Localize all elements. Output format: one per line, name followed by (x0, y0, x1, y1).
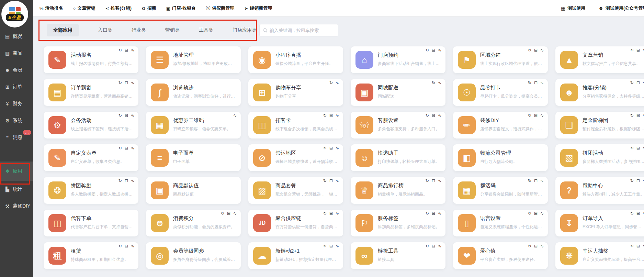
link-icon[interactable]: ∿ (438, 48, 441, 52)
app-card[interactable]: ↻⊟∿ ❤ 爱心值 平台资产类型，多种使用途径。 (453, 242, 548, 269)
topnav-item[interactable]: Ⓢ 供应商管理 (206, 5, 234, 11)
print-icon[interactable]: ⊟ (432, 179, 435, 183)
print-icon[interactable]: ⊟ (125, 244, 128, 248)
app-card[interactable]: ☰ 地址管理 添加/修改地址，协助用户更改信息。 (146, 46, 241, 73)
app-card[interactable]: ↻⊟∿ ⊘ 禁运地区 选择区域禁收快递，避开物流收发... (248, 144, 343, 171)
print-icon[interactable]: ⊟ (534, 244, 538, 248)
app-card[interactable]: ↻⊟∿ ☏ 客服设置 多角色客服支持，多种服务入口。 (351, 112, 445, 138)
print-icon[interactable]: ⊟ (432, 113, 435, 118)
app-card[interactable]: ↻⊟∿ ▤ 订单飘窗 详情页显示飘窗，营造商品高销量。 (44, 79, 138, 106)
print-icon[interactable]: ⊟ (432, 211, 435, 215)
link-icon[interactable]: ∿ (643, 244, 644, 248)
sync-icon[interactable]: ↻ (323, 211, 327, 215)
sync-icon[interactable]: ↻ (426, 48, 429, 52)
sync-icon[interactable]: ↻ (323, 179, 327, 183)
print-icon[interactable]: ⊟ (125, 146, 128, 150)
app-card[interactable]: ↻⊟∿ ⚑ 区域分红 线上实现行政区域代理渠道，依据... (453, 46, 548, 73)
link-icon[interactable]: ∿ (233, 113, 237, 118)
link-icon[interactable]: ∿ (336, 244, 339, 248)
link-icon[interactable]: ∿ (131, 179, 134, 183)
print-icon[interactable]: ⊟ (125, 113, 128, 118)
link-icon[interactable]: ∿ (540, 211, 544, 215)
link-icon[interactable]: ∿ (540, 48, 544, 52)
link-icon[interactable]: ∿ (540, 244, 544, 248)
sync-icon[interactable]: ↻ (118, 113, 122, 118)
sync-icon[interactable]: ↻ (630, 113, 634, 118)
topnav-item[interactable]: ➤ 经销商管理 (244, 5, 272, 11)
topbar-account-item[interactable]: ▦ 测试使用 (561, 5, 585, 11)
filter-tab[interactable]: 入口类 (98, 24, 112, 36)
app-card[interactable]: ↻⊟∿ ▦ 群活码 分享锁客突破限制，随时更新智能... (453, 177, 548, 204)
print-icon[interactable]: ⊟ (636, 244, 640, 248)
link-icon[interactable]: ∿ (643, 113, 644, 118)
app-card[interactable]: ↻⊟∿ ☁ 新链动2+1 新链动2+1，推荐指定数量代理成为... (248, 242, 343, 269)
app-card[interactable]: ↻⊟∿ 租 租赁 特殊商品租用，租期租金优惠。 (44, 242, 138, 269)
app-card[interactable]: ↻⊟∿ ♕ 商品排行榜 销量榜单，展示热销商品。 (351, 177, 445, 204)
sync-icon[interactable]: ↻ (630, 146, 634, 150)
link-icon[interactable]: ∿ (131, 81, 134, 85)
sync-icon[interactable]: ↻ (528, 211, 531, 215)
app-card[interactable]: ↻⊟∿ ▯ 语言设置 自定义系统前端显示，个性化运营。 (453, 210, 548, 236)
print-icon[interactable]: ⊟ (125, 48, 128, 52)
sync-icon[interactable]: ↻ (528, 48, 531, 52)
sync-icon[interactable]: ↻ (221, 211, 224, 215)
sidebar-item[interactable]: ⚒ 装修DIY (0, 198, 33, 214)
print-icon[interactable]: ⊟ (636, 146, 640, 150)
sidebar-item[interactable]: ⚙ 系统 (0, 112, 33, 129)
app-card[interactable]: ↻⊟∿ JD 聚合供应链 百万货源供应一键进货，自营商品... (248, 210, 343, 236)
sync-icon[interactable]: ↻ (630, 48, 634, 52)
app-card[interactable]: ↻⊟∿ ✎ 活动报名 线上报名缴纳费用，付费金额营销... (44, 46, 138, 73)
sidebar-item[interactable]: ❖ 应用 (0, 162, 33, 181)
link-icon[interactable]: ∿ (336, 179, 339, 183)
link-icon[interactable]: ∿ (438, 113, 441, 118)
sync-icon[interactable]: ↻ (528, 81, 531, 85)
app-card[interactable]: ◉ 小程序直播 链接公域流量，平台自主开播。 (248, 46, 343, 73)
app-card[interactable]: ↻⊟∿ ▲ 文章营销 软文撰写推广，平台信息共享。 (555, 46, 644, 73)
sidebar-item[interactable]: ▙ 统计 (0, 181, 33, 198)
filter-tab[interactable]: 行业类 (132, 24, 146, 36)
print-icon[interactable]: ⊟ (636, 48, 640, 52)
topnav-item[interactable]: % 活动报名 (39, 5, 63, 11)
sync-icon[interactable]: ↻ (323, 244, 327, 248)
app-card[interactable]: ↻⊟∿ ✏ 装修DIY 店铺界面自定义，拖拽式操作，百... (453, 112, 548, 138)
sync-icon[interactable]: ↻ (118, 244, 122, 248)
print-icon[interactable]: ⊟ (125, 81, 128, 85)
app-card[interactable]: ◫ 代客下单 代替客户在后台下单，支持自营，... (44, 210, 138, 236)
app-card[interactable]: ▣ 商品默认值 商品默认值 (146, 177, 241, 204)
topbar-account-item[interactable]: ☻ 测试使用(公众号管理员 (598, 5, 644, 11)
link-icon[interactable]: ∿ (643, 48, 644, 52)
sidebar-item[interactable]: ¥ 财务 (0, 95, 33, 112)
print-icon[interactable]: ⊟ (432, 244, 435, 248)
link-icon[interactable]: ∿ (336, 146, 339, 150)
sync-icon[interactable]: ↻ (630, 244, 634, 248)
sync-icon[interactable]: ↻ (426, 179, 429, 183)
sync-icon[interactable]: ↻ (329, 81, 333, 85)
app-card[interactable]: ↻⊟∿ ⚙ 会务活动 线上报名线下签到，链接线下活动。 (44, 112, 138, 138)
app-card[interactable]: ≡ 电子面单 电子面单 (146, 144, 241, 171)
print-icon[interactable]: ⊟ (329, 179, 333, 183)
print-icon[interactable]: ⊟ (636, 211, 640, 215)
app-card[interactable]: ↻⊟∿ ❋ 幸运大抽奖 自定义奖品抽奖玩法，提高平台粘... (555, 242, 644, 269)
app-card[interactable]: ↻⊟∿ ↧ 订单导入 EXCEL导入订单信息，同步管理。 (555, 210, 644, 236)
app-card[interactable]: ↻⊟∿ ▧ 拼团活动 多阶梯人数拼团活动，参与拼团优... (555, 144, 644, 171)
sidebar-item[interactable]: ▥ 商品 (0, 45, 33, 62)
sync-icon[interactable]: ↻ (118, 179, 122, 183)
link-icon[interactable]: ∿ (131, 244, 134, 248)
print-icon[interactable]: ⊟ (125, 179, 128, 183)
app-card[interactable]: ↻⊟∿ ? 帮助中心 解决方案指引，减少人工工作量。 (555, 177, 644, 204)
app-card[interactable]: ◧ 物流公司管理 自行导入物流公司。 (453, 144, 548, 171)
sync-icon[interactable]: ↻ (630, 81, 634, 85)
sync-icon[interactable]: ↻ (118, 48, 122, 52)
link-icon[interactable]: ∿ (336, 81, 339, 85)
print-icon[interactable]: ⊟ (329, 113, 333, 118)
app-card[interactable]: ☺ 快递助手 打印快递单，轻松管理大量订单。 (351, 144, 445, 171)
sync-icon[interactable]: ↻ (118, 81, 122, 85)
search-box[interactable] (259, 24, 338, 36)
app-card[interactable]: ↻⊟∿ ◫ 拓客卡 线下组合多次核销，提高会员线下... (248, 112, 343, 138)
app-card[interactable]: ↻⊟∿ ✎ 自定义表单 自定义表单，收集各类信息。 (44, 144, 138, 171)
link-icon[interactable]: ∿ (131, 146, 134, 150)
print-icon[interactable]: ⊟ (636, 113, 640, 118)
link-icon[interactable]: ∿ (438, 81, 441, 85)
print-icon[interactable]: ⊟ (432, 48, 435, 52)
link-icon[interactable]: ∿ (336, 211, 339, 215)
